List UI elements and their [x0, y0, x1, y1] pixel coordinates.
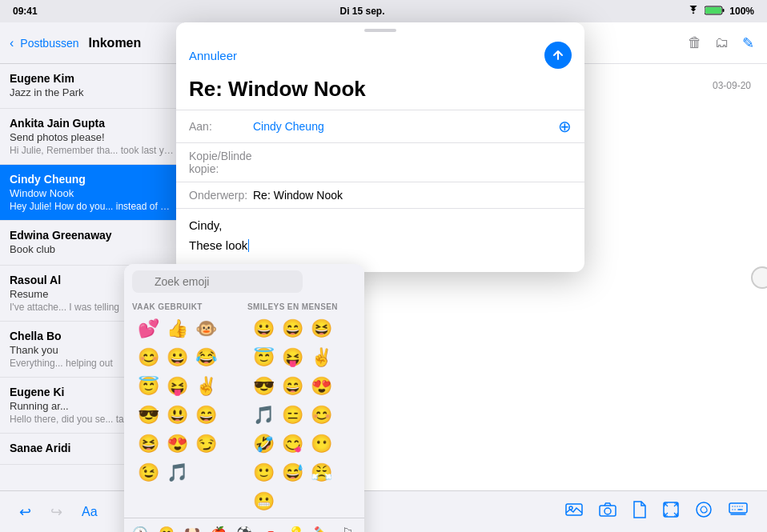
emoji-cell[interactable]: 😋 — [278, 430, 307, 458]
keyboard-button[interactable] — [725, 499, 751, 524]
emoji-cell[interactable]: 😤 — [307, 458, 335, 487]
mail-sender: Cindy Cheung — [10, 173, 174, 186]
mail-item-edwina-greenaway[interactable]: Edwina Greenaway Book club — [0, 221, 183, 266]
emoji-tab-7[interactable]: ✏️ — [312, 522, 331, 532]
svg-rect-2 — [705, 7, 721, 14]
emoji-picker: 🔍 VAAK GEBRUIKT 💕👍🐵😊😀😂😇😝✌️😎😃😄😆😍😏😉🎵 SMILE… — [124, 264, 364, 532]
emoji-cell[interactable]: 😄 — [191, 401, 220, 430]
emoji-cell[interactable]: 😬 — [249, 487, 278, 516]
emoji-cell[interactable]: 😄 — [278, 314, 307, 343]
compose-icon[interactable]: ✎ — [742, 34, 754, 52]
emoji-cell[interactable]: ✌️ — [191, 372, 220, 401]
emoji-cell[interactable]: 😉 — [134, 458, 163, 487]
emoji-cell[interactable]: 🎵 — [249, 401, 278, 430]
emoji-search-bar: 🔍 — [124, 264, 364, 299]
emoji-cell[interactable]: ✌️ — [307, 343, 335, 372]
time-display: 09:41 — [13, 6, 38, 17]
mail-subject: Jazz in the Park — [10, 86, 174, 98]
undo-button[interactable]: ↩ — [16, 500, 34, 524]
wifi-icon — [687, 6, 700, 18]
emoji-cell[interactable]: 👍 — [163, 314, 191, 343]
emoji-tab-4[interactable]: ⚽ — [235, 522, 254, 532]
status-bar: 09:41 Di 15 sep. 100% — [0, 0, 767, 22]
mail-sender: Ankita Jain Gupta — [10, 117, 174, 130]
emoji-cell[interactable]: 😅 — [278, 458, 307, 487]
expand-button[interactable] — [660, 498, 682, 525]
emoji-cell[interactable]: 😆 — [307, 314, 335, 343]
folder-icon[interactable]: 🗂 — [715, 34, 729, 51]
emoji-cell[interactable]: 😂 — [191, 343, 220, 372]
emoji-cell[interactable]: 😊 — [134, 343, 163, 372]
back-button[interactable]: Postbussen — [20, 37, 78, 50]
emoji-cell[interactable]: 😀 — [163, 343, 191, 372]
back-icon: ‹ — [10, 36, 14, 50]
smileys-grid: 😀😄😆😇😝✌️😎😄😍🎵😑😊🤣😋😶🙂😅😤😬 — [244, 313, 359, 518]
emoji-tab-8[interactable]: 🏳 — [339, 522, 358, 532]
mail-item-cindy-cheung[interactable]: Cindy Cheung Window Nook Hey Julie! How … — [0, 165, 183, 221]
emoji-tab-2[interactable]: 🐶 — [183, 522, 202, 532]
image-attach-button[interactable] — [562, 498, 586, 525]
emoji-search-input[interactable] — [132, 270, 303, 293]
camera-button[interactable] — [596, 499, 620, 524]
subject-label: Onderwerp: — [189, 189, 253, 202]
emoji-cell[interactable]: 🎵 — [163, 458, 191, 487]
add-recipient-button[interactable]: ⊕ — [558, 117, 572, 136]
home-indicator — [751, 266, 767, 289]
to-label: Aan: — [189, 120, 253, 133]
aa-button[interactable]: Aa — [78, 502, 101, 522]
emoji-cell[interactable]: 😆 — [134, 430, 163, 458]
emoji-cell[interactable]: 😇 — [249, 343, 278, 372]
toolbar-left: ↩ ↪ Aa — [16, 500, 101, 524]
emoji-cell[interactable]: 😝 — [278, 343, 307, 372]
emoji-cell[interactable]: 💕 — [134, 314, 163, 343]
emoji-cell[interactable]: 🤣 — [249, 430, 278, 458]
mail-item-ankita-jain[interactable]: Ankita Jain Gupta Send photos please! Hi… — [0, 109, 183, 165]
emoji-cell[interactable]: 😃 — [163, 401, 191, 430]
emoji-cell[interactable]: 😎 — [249, 372, 278, 401]
smileys-column: SMILEYS EN MENSEN 😀😄😆😇😝✌️😎😄😍🎵😑😊🤣😋😶🙂😅😤😬 — [244, 299, 359, 518]
emoji-search-wrapper: 🔍 — [132, 270, 356, 293]
subject-value[interactable]: Re: Window Nook — [253, 189, 572, 202]
mail-subject: Book club — [10, 243, 174, 255]
date-display: Di 15 sep. — [339, 6, 384, 17]
emoji-tab-1[interactable]: 😊 — [156, 522, 175, 532]
emoji-cell[interactable]: 😏 — [191, 430, 220, 458]
redo-button[interactable]: ↪ — [47, 500, 66, 524]
svg-point-8 — [697, 502, 711, 517]
compose-modal: Annuleer Re: Window Nook Aan: Cindy Cheu… — [176, 22, 584, 272]
compose-to-field: Aan: Cindy Cheung ⊕ — [176, 110, 584, 142]
emoji-tab-6[interactable]: 💡 — [287, 522, 306, 532]
emoji-cell[interactable]: 🙂 — [249, 458, 278, 487]
battery-percent: 100% — [729, 6, 754, 17]
mail-sender: Eugene Kim — [10, 72, 174, 85]
emoji-tab-0[interactable]: 🕐 — [131, 522, 150, 532]
emoji-tab-3[interactable]: 🍎 — [208, 522, 227, 532]
compose-body[interactable]: Cindy, These look — [176, 208, 584, 272]
send-button[interactable] — [544, 42, 572, 69]
document-button[interactable] — [629, 498, 650, 526]
emoji-cell[interactable]: 😊 — [307, 401, 335, 430]
to-value[interactable]: Cindy Cheung — [253, 120, 558, 133]
emoji-cell[interactable]: 😶 — [307, 430, 335, 458]
emoji-cell[interactable]: 😄 — [278, 372, 307, 401]
emoji-cell[interactable]: 😇 — [134, 372, 163, 401]
frequent-column: VAAK GEBRUIKT 💕👍🐵😊😀😂😇😝✌️😎😃😄😆😍😏😉🎵 — [129, 299, 244, 518]
emoji-cell[interactable]: 😎 — [134, 401, 163, 430]
compose-cc-field: Kopie/Blinde kopie: — [176, 142, 584, 182]
mail-subject: Window Nook — [10, 187, 174, 199]
emoji-cell[interactable]: 🐵 — [191, 314, 220, 343]
smileys-title: SMILEYS EN MENSEN — [244, 299, 359, 313]
trash-icon[interactable]: 🗑 — [688, 34, 702, 51]
emoji-cell[interactable]: 😍 — [163, 430, 191, 458]
mail-item-eugene-kim[interactable]: Eugene Kim Jazz in the Park — [0, 64, 183, 109]
emoji-cell[interactable]: 😑 — [278, 401, 307, 430]
emoji-cell[interactable]: 😝 — [163, 372, 191, 401]
emoji-cell[interactable]: 😍 — [307, 372, 335, 401]
svg-rect-9 — [729, 503, 747, 513]
cancel-button[interactable]: Annuleer — [189, 49, 237, 62]
emoji-cell[interactable]: 😀 — [249, 314, 278, 343]
draw-button[interactable] — [692, 498, 716, 526]
emoji-tab-5[interactable]: 🚗 — [260, 522, 279, 532]
battery-display — [705, 6, 725, 18]
bottom-toolbar: ↩ ↪ Aa — [0, 490, 767, 532]
